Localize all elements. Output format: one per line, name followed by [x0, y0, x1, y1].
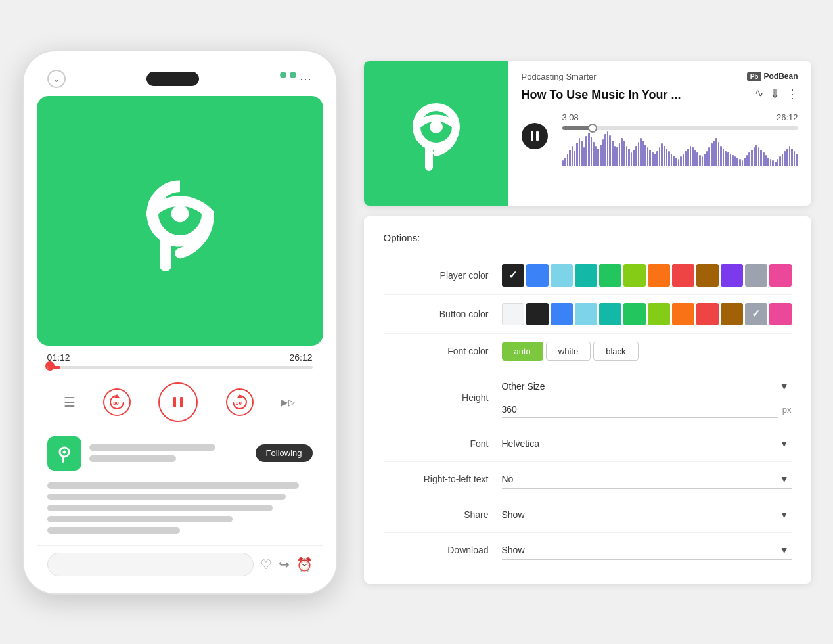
rtl-label: Right-to-left text	[384, 474, 489, 484]
rss-icon[interactable]: ∿	[755, 87, 763, 101]
player-swatch-5[interactable]	[623, 264, 646, 287]
rtl-dropdown[interactable]: No ▼	[502, 470, 792, 489]
speed-icon[interactable]: ▶▷	[281, 397, 296, 407]
waveform-bar	[754, 147, 755, 166]
button-swatch-10[interactable]: ✓	[745, 303, 767, 325]
font-row: Font Helvetica ▼	[384, 426, 792, 462]
phone-bottom-bar: ♡ ↪ ⏰	[37, 545, 323, 580]
download-control: Show ▼	[502, 541, 792, 560]
waveform-bar	[567, 154, 569, 166]
waveform-bar	[730, 154, 732, 166]
player-swatch-0[interactable]: ✓	[502, 264, 524, 287]
waveform-bar	[579, 138, 581, 166]
player-waveform	[562, 133, 798, 166]
waveform-bar	[623, 141, 625, 166]
player-swatch-6[interactable]	[648, 264, 670, 287]
waveform-bar	[694, 150, 696, 166]
waveform-bar	[649, 150, 651, 166]
waveform-bar	[593, 142, 595, 166]
podcast-info-row: Following	[37, 432, 323, 478]
waveform-bar	[619, 143, 621, 166]
following-badge[interactable]: Following	[256, 444, 313, 462]
player-swatch-7[interactable]	[672, 264, 694, 287]
waveform-bar	[607, 131, 609, 166]
phone-camera-dots: ⋯	[280, 72, 313, 86]
player-swatch-9[interactable]	[721, 264, 743, 287]
player-swatch-10[interactable]	[745, 264, 767, 287]
font-color-label: Font color	[384, 346, 489, 356]
waveform-bar	[574, 151, 575, 166]
waveform-bar	[581, 141, 583, 166]
download-dropdown[interactable]: Show ▼	[502, 541, 792, 560]
button-swatch-4[interactable]	[599, 303, 621, 325]
player-swatch-11[interactable]	[769, 264, 792, 287]
waveform-bar	[569, 150, 571, 166]
font-color-control: autowhiteblack	[502, 342, 792, 361]
share-icon[interactable]: ↪	[279, 557, 290, 572]
waveform-bar	[789, 146, 791, 166]
height-input[interactable]	[502, 402, 778, 418]
waveform-bar	[725, 151, 727, 166]
podbean-badge: Pb	[747, 72, 762, 81]
waveform-bar	[704, 154, 706, 166]
player-swatch-4[interactable]	[599, 264, 621, 287]
heart-icon[interactable]: ♡	[260, 557, 272, 572]
waveform-bar	[746, 155, 748, 166]
height-dropdown[interactable]: Other Size ▼	[502, 377, 792, 396]
button-swatch-2[interactable]	[551, 303, 573, 325]
playlist-icon[interactable]: ☰	[64, 394, 76, 410]
player-color-label: Player color	[384, 270, 489, 281]
player-seek-bar[interactable]	[562, 126, 798, 130]
waveform-bar	[668, 151, 670, 166]
button-swatch-11[interactable]	[769, 303, 792, 325]
share-dropdown[interactable]: Show ▼	[502, 505, 792, 524]
rewind-30-button[interactable]: 30	[103, 388, 131, 416]
forward-30-button[interactable]: 30	[226, 388, 254, 416]
button-swatch-0[interactable]	[502, 303, 524, 325]
player-swatch-2[interactable]	[551, 264, 573, 287]
chevron-down-icon[interactable]: ⌄	[47, 70, 66, 88]
player-seek-area[interactable]: 3:08 26:12	[562, 107, 798, 166]
waveform-bar	[642, 141, 644, 166]
waveform-bar	[696, 152, 698, 166]
pause-button[interactable]	[158, 382, 198, 422]
button-color-label: Button color	[384, 309, 489, 319]
download-icon[interactable]: ⇓	[770, 87, 780, 101]
waveform-bar	[631, 152, 633, 166]
svg-point-10	[62, 450, 66, 453]
comment-input[interactable]	[47, 553, 254, 576]
waveform-bar	[647, 147, 649, 166]
button-swatch-7[interactable]	[672, 303, 694, 325]
waveform-bar	[614, 146, 616, 166]
font-color-btn-auto[interactable]: auto	[502, 342, 543, 361]
font-dropdown[interactable]: Helvetica ▼	[502, 434, 792, 453]
font-color-btn-white[interactable]: white	[546, 342, 591, 361]
button-swatch-8[interactable]	[696, 303, 719, 325]
player-swatch-8[interactable]	[696, 264, 719, 287]
waveform-bar	[702, 156, 704, 166]
waveform-bar	[591, 137, 593, 166]
options-panel: Options: Player color ✓ Button color ✓ F…	[364, 216, 811, 584]
font-dropdown-value: Helvetica	[502, 438, 540, 449]
waveform-bar	[564, 158, 566, 166]
waveform-bar	[718, 142, 720, 166]
button-swatch-9[interactable]	[721, 303, 743, 325]
waveform-bar	[713, 141, 715, 166]
share-icon[interactable]: ⋮	[786, 87, 798, 101]
waveform-bar	[736, 158, 738, 166]
button-swatch-6[interactable]	[648, 303, 670, 325]
waveform-bar	[609, 135, 611, 166]
player-pause-button[interactable]	[522, 123, 548, 149]
waveform-bar	[635, 146, 637, 166]
desc-line-5	[47, 527, 180, 534]
waveform-bar	[633, 150, 635, 166]
button-swatch-3[interactable]	[575, 303, 597, 325]
waveform-bar	[595, 146, 597, 166]
button-swatch-5[interactable]	[623, 303, 646, 325]
button-swatch-1[interactable]	[526, 303, 549, 325]
player-swatch-1[interactable]	[526, 264, 549, 287]
alarm-icon[interactable]: ⏰	[296, 557, 313, 572]
font-color-btn-black[interactable]: black	[593, 342, 638, 361]
phone-progress-bar[interactable]	[37, 365, 323, 369]
player-swatch-3[interactable]	[575, 264, 597, 287]
